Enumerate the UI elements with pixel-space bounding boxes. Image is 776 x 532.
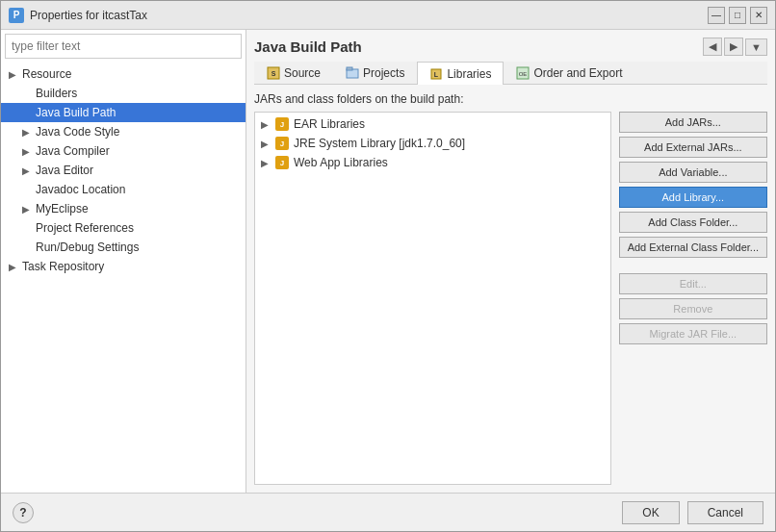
order-export-icon: OE [516,66,530,80]
source-icon: S [267,66,280,80]
sidebar-item-java-editor[interactable]: ▶ Java Editor [1,161,246,180]
sidebar-item-label: Java Build Path [36,106,238,119]
nav-dropdown-button[interactable]: ▼ [745,38,767,56]
tab-libraries-label: Libraries [447,67,491,81]
svg-text:OE: OE [519,71,528,77]
ok-button[interactable]: OK [622,501,679,524]
sidebar-item-label: Java Compiler [36,144,238,158]
lib-arrow: ▶ [261,158,274,168]
migrate-jar-button[interactable]: Migrate JAR File... [619,323,767,344]
tree-arrow: ▶ [22,146,36,157]
sidebar-item-label: Javadoc Location [36,183,238,196]
titlebar-left: P Properties for itcastTax [9,8,147,23]
titlebar: P Properties for itcastTax — □ ✕ [1,1,775,30]
tab-order-export[interactable]: OE Order and Export [504,62,634,84]
sidebar-tree: ▶ Resource Builders Java Build Path ▶ Ja… [1,63,246,493]
svg-text:L: L [434,71,439,78]
tree-arrow: ▶ [22,127,36,138]
tabs-bar: S Source Projects [254,62,767,85]
footer-left: ? [13,502,34,523]
cancel-button[interactable]: Cancel [687,501,763,524]
tab-source[interactable]: S Source [254,62,333,84]
tree-arrow: ▶ [22,165,36,176]
tab-source-label: Source [284,66,321,80]
svg-text:S: S [272,70,276,77]
remove-button[interactable]: Remove [619,298,767,319]
footer: ? OK Cancel [1,493,775,531]
sidebar-item-label: MyEclipse [36,202,238,215]
sidebar-item-label: Java Code Style [36,125,238,139]
lib-arrow: ▶ [261,119,274,130]
jar-icon: J [274,155,290,170]
buttons-panel: Add JARs... Add External JARs... Add Var… [619,112,767,485]
jar-icon: J [274,136,290,151]
minimize-button[interactable]: — [708,7,725,24]
close-button[interactable]: ✕ [750,7,767,24]
libraries-tree[interactable]: ▶ J EAR Libraries ▶ J JRE System Library… [254,112,611,485]
sidebar: ▶ Resource Builders Java Build Path ▶ Ja… [1,30,246,493]
add-ext-class-folder-button[interactable]: Add External Class Folder... [619,237,767,258]
add-variable-button[interactable]: Add Variable... [619,162,767,183]
projects-icon [346,66,359,80]
content-area: ▶ Resource Builders Java Build Path ▶ Ja… [1,30,775,493]
lib-arrow: ▶ [261,139,274,149]
sidebar-item-task-repository[interactable]: ▶ Task Repository [1,257,246,276]
library-label: JRE System Library [jdk1.7.0_60] [294,137,465,150]
sidebar-item-resource[interactable]: ▶ Resource [1,64,246,84]
sidebar-item-label: Java Editor [36,164,238,177]
library-item-webapp[interactable]: ▶ J Web App Libraries [257,153,608,172]
sidebar-item-label: Run/Debug Settings [36,241,238,254]
filter-input[interactable] [5,34,242,59]
jar-icon: J [274,116,290,132]
library-label: EAR Libraries [294,117,365,131]
panel-body: ▶ J EAR Libraries ▶ J JRE System Library… [254,112,767,485]
libraries-icon: L [429,67,443,81]
sidebar-item-label: Builders [36,87,238,100]
sidebar-item-java-build-path[interactable]: Java Build Path [1,103,246,122]
footer-right: OK Cancel [622,501,763,524]
svg-rect-3 [347,67,352,70]
nav-arrows: ◀ ▶ ▼ [703,38,767,56]
sidebar-item-javadoc-location[interactable]: Javadoc Location [1,180,246,199]
titlebar-controls: — □ ✕ [708,7,767,24]
sidebar-item-label: Resource [22,67,238,81]
sidebar-item-java-code-style[interactable]: ▶ Java Code Style [1,122,246,141]
library-label: Web App Libraries [294,156,388,169]
library-item-jre[interactable]: ▶ J JRE System Library [jdk1.7.0_60] [257,134,608,153]
nav-back-button[interactable]: ◀ [703,38,722,56]
main-panel: Java Build Path ◀ ▶ ▼ S Source [246,30,775,493]
tab-projects-label: Projects [363,66,404,80]
tree-arrow: ▶ [22,204,36,215]
properties-window: P Properties for itcastTax — □ ✕ ▶ Resou… [0,0,776,532]
sidebar-item-label: Task Repository [22,260,238,273]
sidebar-item-project-references[interactable]: Project References [1,218,246,238]
maximize-button[interactable]: □ [729,7,746,24]
tab-projects[interactable]: Projects [333,62,417,84]
sidebar-item-java-compiler[interactable]: ▶ Java Compiler [1,141,246,161]
description-text: JARs and class folders on the build path… [254,92,767,106]
sidebar-item-builders[interactable]: Builders [1,84,246,103]
add-class-folder-button[interactable]: Add Class Folder... [619,212,767,233]
tab-order-export-label: Order and Export [533,66,622,80]
nav-forward-button[interactable]: ▶ [724,38,743,56]
tree-arrow: ▶ [9,69,22,80]
add-external-jars-button[interactable]: Add External JARs... [619,137,767,158]
main-header: Java Build Path ◀ ▶ ▼ [254,38,767,56]
library-item-ear[interactable]: ▶ J EAR Libraries [257,114,608,134]
tree-arrow: ▶ [9,262,22,272]
add-jars-button[interactable]: Add JARs... [619,112,767,133]
help-button[interactable]: ? [13,502,34,523]
add-library-button[interactable]: Add Library... [619,187,767,208]
sidebar-item-myeclipse[interactable]: ▶ MyEclipse [1,199,246,218]
main-title: Java Build Path [254,38,362,55]
app-icon: P [9,8,24,23]
sidebar-item-label: Project References [36,221,238,235]
tab-libraries[interactable]: L Libraries [417,62,504,85]
sidebar-item-run-debug[interactable]: Run/Debug Settings [1,238,246,257]
edit-button[interactable]: Edit... [619,273,767,294]
window-title: Properties for itcastTax [30,9,147,22]
